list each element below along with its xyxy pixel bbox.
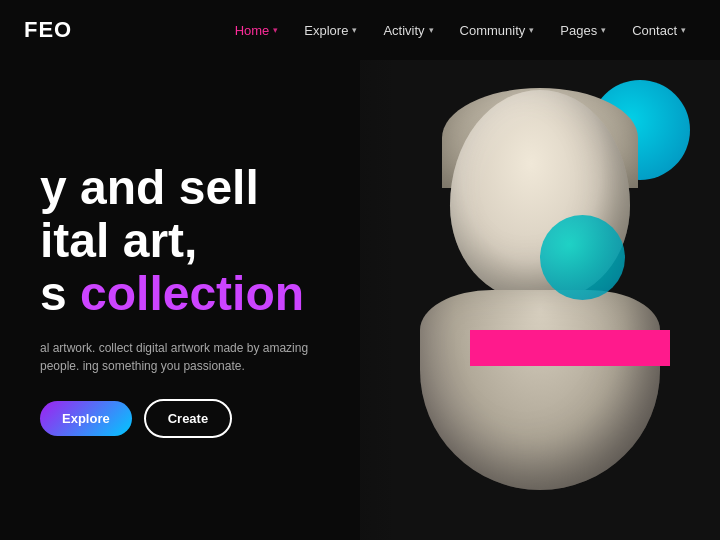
- navbar: FEO Home ▾ Explore ▾ Activity ▾ Communit…: [0, 0, 720, 60]
- nav-item-explore[interactable]: Explore ▾: [294, 17, 367, 44]
- hero-section: y and sell ital art, s collection al art…: [0, 60, 720, 540]
- nav-item-home[interactable]: Home ▾: [225, 17, 289, 44]
- hero-title: y and sell ital art, s collection: [40, 162, 396, 320]
- nav-item-activity[interactable]: Activity ▾: [373, 17, 443, 44]
- deco-bar-pink: [470, 330, 670, 366]
- explore-button[interactable]: Explore: [40, 401, 132, 436]
- hero-subtitle: al artwork. collect digital artwork made…: [40, 339, 340, 375]
- nav-links: Home ▾ Explore ▾ Activity ▾ Community ▾ …: [225, 17, 696, 44]
- nav-item-community[interactable]: Community ▾: [450, 17, 545, 44]
- chevron-down-icon: ▾: [601, 25, 606, 35]
- chevron-down-icon: ▾: [273, 25, 278, 35]
- chevron-down-icon: ▾: [529, 25, 534, 35]
- chevron-down-icon: ▾: [429, 25, 434, 35]
- chevron-down-icon: ▾: [681, 25, 686, 35]
- deco-circle-teal: [540, 215, 625, 300]
- chevron-down-icon: ▾: [352, 25, 357, 35]
- create-button[interactable]: Create: [144, 399, 232, 438]
- hero-buttons: Explore Create: [40, 399, 396, 438]
- nav-item-pages[interactable]: Pages ▾: [550, 17, 616, 44]
- nav-item-contact[interactable]: Contact ▾: [622, 17, 696, 44]
- hero-content: y and sell ital art, s collection al art…: [0, 162, 396, 437]
- logo: FEO: [24, 17, 72, 43]
